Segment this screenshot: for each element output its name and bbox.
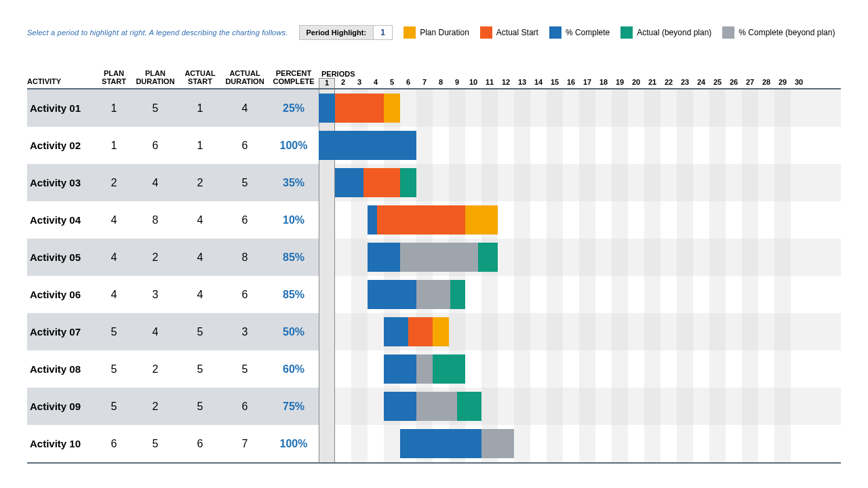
table-row: Activity 08525560% — [27, 350, 841, 388]
cell-percent-complete: 75% — [269, 401, 319, 413]
hdr-plan-duration: PLANDURATION — [132, 69, 179, 88]
table-row: Activity 09525675% — [27, 388, 841, 425]
period-highlight-box[interactable]: Period Highlight: 1 — [299, 25, 393, 40]
bar-complete — [319, 131, 416, 160]
bar-complete — [384, 317, 408, 346]
cell-actual-duration: 6 — [221, 401, 269, 413]
period-highlight-value[interactable]: 1 — [373, 26, 392, 39]
hdr-plan-start: PLANSTART — [96, 69, 132, 88]
period-header-2: 2 — [335, 78, 351, 88]
bar-complete — [384, 354, 416, 384]
cell-percent-complete: 85% — [269, 251, 319, 264]
cell-activity: Activity 01 — [27, 102, 96, 114]
cell-plan-duration: 5 — [132, 102, 179, 115]
cell-plan-start: 5 — [96, 401, 132, 413]
cell-activity: Activity 06 — [27, 289, 96, 300]
cell-percent-complete: 10% — [269, 214, 319, 226]
period-header-29: 29 — [774, 78, 791, 88]
table-bottom-border — [27, 462, 841, 464]
period-header-15: 15 — [547, 78, 563, 88]
hdr-periods: PERIODS — [319, 70, 841, 78]
cell-plan-duration: 5 — [132, 438, 179, 450]
cell-percent-complete: 35% — [269, 177, 319, 189]
table-rows: Activity 01151425%Activity 021616100%Act… — [27, 89, 841, 462]
legend-plan-label: Plan Duration — [420, 28, 469, 37]
table-row: Activity 106567100% — [27, 425, 841, 462]
cell-actual-start: 4 — [179, 214, 221, 226]
bar-complete-beyond — [481, 429, 514, 458]
cell-activity: Activity 08 — [27, 363, 96, 375]
hdr-percent-complete: PERCENTCOMPLETE — [269, 69, 319, 88]
period-header-21: 21 — [644, 78, 660, 88]
period-header-19: 19 — [612, 78, 628, 88]
period-header-23: 23 — [677, 78, 693, 88]
cell-plan-start: 5 — [96, 363, 132, 375]
cell-actual-duration: 3 — [221, 326, 269, 338]
period-header-9: 9 — [449, 78, 465, 88]
cell-percent-complete: 25% — [269, 102, 319, 115]
cell-plan-start: 5 — [96, 326, 132, 338]
legend-complete-label: % Complete — [566, 28, 610, 37]
legend-actual: Actual Start — [480, 26, 538, 39]
cell-activity: Activity 09 — [27, 401, 96, 412]
period-header-10: 10 — [465, 78, 481, 88]
cell-activity: Activity 03 — [27, 177, 96, 188]
bar-complete — [335, 168, 363, 197]
bar-complete-beyond — [400, 243, 478, 272]
cell-plan-start: 4 — [96, 251, 132, 264]
gantt-table: ACTIVITY PLANSTART PLANDURATION ACTUALST… — [27, 62, 841, 464]
period-header-16: 16 — [563, 78, 579, 88]
cell-actual-start: 5 — [179, 326, 221, 338]
period-header-cells: 1234567891011121314151617181920212223242… — [319, 78, 841, 88]
cell-plan-start: 4 — [96, 214, 132, 226]
legend-beyond-label: Actual (beyond plan) — [637, 28, 711, 37]
cell-actual-duration: 8 — [221, 251, 269, 264]
bar-complete — [400, 429, 481, 458]
cell-actual-duration: 5 — [221, 363, 269, 375]
legend-plan: Plan Duration — [403, 26, 469, 39]
cell-plan-duration: 4 — [132, 326, 179, 338]
cell-plan-start: 6 — [96, 438, 132, 450]
hdr-activity: ACTIVITY — [27, 77, 96, 88]
table-row: Activity 06434685% — [27, 276, 841, 313]
cell-percent-complete: 100% — [269, 140, 319, 152]
period-header-18: 18 — [595, 78, 612, 88]
cell-plan-duration: 2 — [132, 401, 179, 413]
bar-complete-beyond — [416, 392, 457, 421]
cell-plan-start: 4 — [96, 289, 132, 301]
cell-actual-duration: 4 — [221, 102, 269, 115]
cell-actual-start: 5 — [179, 363, 221, 375]
period-header-25: 25 — [709, 78, 726, 88]
table-row: Activity 04484610% — [27, 201, 841, 239]
period-header-8: 8 — [433, 78, 449, 88]
hdr-actual-duration: ACTUALDURATION — [221, 69, 269, 88]
bar-complete — [368, 243, 400, 272]
cell-actual-start: 5 — [179, 401, 221, 413]
cell-percent-complete: 100% — [269, 438, 319, 450]
cell-plan-duration: 2 — [132, 363, 179, 375]
period-header-5: 5 — [384, 78, 400, 88]
cell-actual-start: 1 — [179, 140, 221, 152]
swatch-beyond-icon — [620, 26, 633, 39]
period-header-26: 26 — [726, 78, 742, 88]
period-header-30: 30 — [791, 78, 807, 88]
swatch-cbeyond-icon — [722, 26, 734, 39]
table-row: Activity 07545350% — [27, 313, 841, 350]
period-header-13: 13 — [514, 78, 530, 88]
period-header-24: 24 — [693, 78, 709, 88]
cell-plan-duration: 8 — [132, 214, 179, 226]
legend-cbeyond-label: % Complete (beyond plan) — [738, 28, 835, 37]
cell-percent-complete: 85% — [269, 289, 319, 301]
table-row: Activity 05424885% — [27, 239, 841, 276]
bar-complete — [384, 392, 416, 421]
period-header-27: 27 — [742, 78, 758, 88]
cell-activity: Activity 04 — [27, 214, 96, 226]
cell-actual-duration: 6 — [221, 214, 269, 226]
period-header-1: 1 — [319, 78, 335, 88]
bar-complete — [368, 280, 416, 309]
legend-bar: Select a period to highlight at right. A… — [27, 24, 844, 41]
swatch-plan-icon — [403, 26, 416, 39]
period-header-11: 11 — [481, 78, 498, 88]
cell-actual-duration: 7 — [221, 438, 269, 450]
cell-plan-start: 2 — [96, 177, 132, 189]
